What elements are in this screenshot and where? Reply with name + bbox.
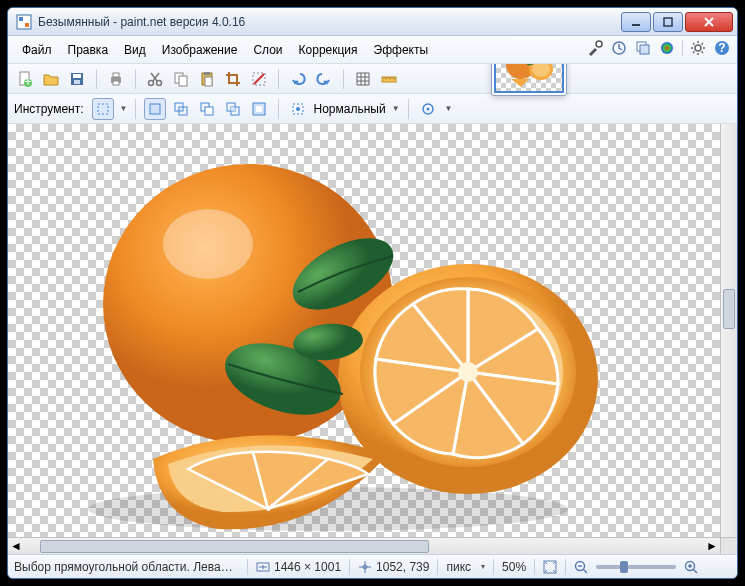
rect-select-tool[interactable] <box>92 98 114 120</box>
colors-window-icon[interactable] <box>658 39 676 57</box>
deselect-icon[interactable] <box>248 68 270 90</box>
app-window: Безымянный - paint.net версия 4.0.16 ★ Ф… <box>7 7 738 579</box>
zoom-slider[interactable] <box>596 565 676 569</box>
titlebar: Безымянный - paint.net версия 4.0.16 <box>8 8 737 36</box>
vscroll-thumb[interactable] <box>723 289 735 329</box>
svg-point-11 <box>596 41 602 47</box>
svg-point-28 <box>149 80 154 85</box>
status-cursor: 1052, 739 <box>376 560 429 574</box>
help-icon[interactable]: ? <box>713 39 731 57</box>
svg-point-29 <box>157 80 162 85</box>
svg-rect-4 <box>664 18 672 26</box>
grid-icon[interactable] <box>352 68 374 90</box>
svg-line-68 <box>584 569 588 573</box>
zoom-slider-knob[interactable] <box>620 561 628 573</box>
new-file-icon[interactable]: + <box>14 68 36 90</box>
svg-rect-14 <box>640 45 649 54</box>
flood-mode-icon[interactable] <box>287 98 309 120</box>
hscroll-left-icon[interactable]: ◄ <box>8 538 24 554</box>
tools-window-icon[interactable] <box>586 39 604 57</box>
scroll-corner <box>720 537 737 554</box>
status-hint: Выбор прямоугольной области. Левая кнопк… <box>14 560 239 574</box>
svg-rect-43 <box>205 107 213 115</box>
cursor-pos-icon <box>358 560 372 574</box>
svg-point-52 <box>426 107 429 110</box>
ruler-icon[interactable] <box>378 68 400 90</box>
svg-point-50 <box>296 107 300 111</box>
svg-point-15 <box>661 42 673 54</box>
menu-view[interactable]: Вид <box>116 39 154 61</box>
svg-text:?: ? <box>718 41 725 55</box>
svg-rect-38 <box>98 104 108 114</box>
canvas-background[interactable] <box>8 124 720 537</box>
menu-file[interactable]: Файл <box>14 39 60 61</box>
cut-icon[interactable] <box>144 68 166 90</box>
svg-rect-2 <box>25 23 29 27</box>
zoom-in-icon[interactable] <box>684 560 698 574</box>
tool-options-bar: Инструмент: ▼ Нормальный ▼ ▼ <box>8 94 737 124</box>
dimensions-icon <box>256 560 270 574</box>
open-folder-icon[interactable] <box>40 68 62 90</box>
blend-dropdown-icon[interactable]: ▼ <box>392 104 400 113</box>
svg-rect-48 <box>256 106 262 112</box>
status-zoom[interactable]: 50% <box>502 560 526 574</box>
paste-icon[interactable] <box>196 68 218 90</box>
save-icon[interactable] <box>66 68 88 90</box>
svg-point-59 <box>458 362 478 382</box>
svg-rect-33 <box>204 72 210 75</box>
menu-effects[interactable]: Эффекты <box>366 39 437 61</box>
svg-line-36 <box>254 74 264 84</box>
minimize-button[interactable] <box>621 12 651 32</box>
statusbar: Выбор прямоугольной области. Левая кнопк… <box>8 554 737 578</box>
svg-rect-27 <box>113 81 119 85</box>
fit-window-icon[interactable] <box>543 560 557 574</box>
svg-text:+: + <box>24 75 31 87</box>
vertical-scrollbar[interactable] <box>720 124 737 537</box>
settings-icon[interactable] <box>689 39 707 57</box>
horizontal-scrollbar[interactable]: ◄ ► <box>8 537 720 554</box>
status-dimensions: 1446 × 1001 <box>274 560 341 574</box>
tool-dropdown-icon[interactable]: ▼ <box>120 104 128 113</box>
svg-rect-23 <box>73 74 81 78</box>
close-button[interactable] <box>685 12 733 32</box>
crop-icon[interactable] <box>222 68 244 90</box>
window-title: Безымянный - paint.net версия 4.0.16 <box>38 15 245 29</box>
selection-replace-icon[interactable] <box>144 98 166 120</box>
sampling-dropdown-icon[interactable]: ▼ <box>445 104 453 113</box>
status-unit[interactable]: пикс <box>446 560 471 574</box>
tool-label: Инструмент: <box>14 102 84 116</box>
svg-rect-34 <box>205 77 212 86</box>
hscroll-right-icon[interactable]: ► <box>704 538 720 554</box>
unit-dropdown-icon[interactable]: ▾ <box>481 562 485 571</box>
menubar: Файл Правка Вид Изображение Слои Коррекц… <box>8 36 737 64</box>
svg-rect-24 <box>74 80 80 84</box>
copy-icon[interactable] <box>170 68 192 90</box>
selection-subtract-icon[interactable] <box>196 98 218 120</box>
selection-add-icon[interactable] <box>170 98 192 120</box>
svg-rect-46 <box>231 107 235 111</box>
svg-rect-1 <box>19 17 23 21</box>
print-icon[interactable] <box>105 68 127 90</box>
history-window-icon[interactable] <box>610 39 628 57</box>
menu-layers[interactable]: Слои <box>245 39 290 61</box>
canvas-content <box>58 124 618 534</box>
canvas-area: ◄ ► <box>8 124 737 554</box>
redo-icon[interactable] <box>313 68 335 90</box>
svg-rect-31 <box>179 76 187 86</box>
svg-line-72 <box>694 569 698 573</box>
layers-window-icon[interactable] <box>634 39 652 57</box>
undo-icon[interactable] <box>287 68 309 90</box>
zoom-out-icon[interactable] <box>574 560 588 574</box>
maximize-button[interactable] <box>653 12 683 32</box>
svg-point-16 <box>695 45 701 51</box>
svg-point-55 <box>163 209 253 279</box>
blend-mode-label[interactable]: Нормальный <box>313 102 385 116</box>
menu-image[interactable]: Изображение <box>154 39 246 61</box>
app-icon <box>16 14 32 30</box>
hscroll-thumb[interactable] <box>40 540 429 553</box>
sampling-icon[interactable] <box>417 98 439 120</box>
menu-adjust[interactable]: Коррекция <box>291 39 366 61</box>
menu-edit[interactable]: Правка <box>60 39 117 61</box>
selection-invert-icon[interactable] <box>248 98 270 120</box>
selection-intersect-icon[interactable] <box>222 98 244 120</box>
